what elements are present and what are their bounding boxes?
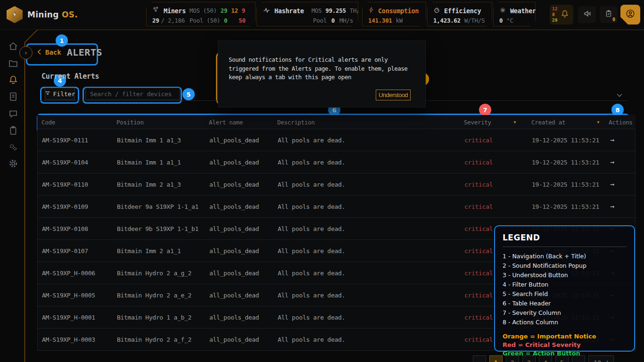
sound-button[interactable]: [578, 6, 596, 23]
hashrate-pool-unit: MH/s: [339, 17, 353, 24]
cell-alert-name: all_pools_dead: [209, 292, 278, 299]
efficiency-title: Efficiency: [444, 7, 481, 15]
sidebar-item-documents[interactable]: [8, 91, 19, 102]
search-input[interactable]: [85, 88, 180, 100]
cell-code: AM-S19XP_H-0006: [38, 270, 117, 277]
cell-code: AM-S19XP-0107: [38, 247, 117, 255]
cell-description: All pools are dead.: [278, 137, 457, 144]
back-button[interactable]: Back: [37, 49, 61, 57]
legend-item: 1 - Navigation (Back + Title): [503, 252, 627, 261]
cell-alert-name: all_pools_dead: [209, 225, 278, 232]
cell-position: Bitmain Hydro 2 a_g_2: [117, 270, 209, 277]
legend-divider: [503, 247, 627, 247]
efficiency-value: 1,423.62: [433, 17, 461, 24]
hashrate-pool-label: Pool: [313, 17, 327, 24]
efficiency-stat-panel: Efficiency 1,423.62 W/TH/S: [427, 2, 492, 26]
notifications-button[interactable]: 12 8 29: [550, 5, 573, 25]
table-row[interactable]: AM-S19XP-0109 Bitdeer 9a S19XP 1-1_a1 al…: [37, 195, 636, 218]
cell-alert-name: all_pools_dead: [209, 181, 278, 188]
cell-description: All pools are dead.: [278, 292, 457, 299]
miners-total: / 2,186: [161, 17, 185, 24]
efficiency-unit: W/TH/S: [464, 17, 485, 24]
filter-label: Filter: [53, 90, 75, 98]
app-root: Mining OS. Miners MOS (50) 29 12 9 29 / …: [0, 0, 644, 362]
cell-position: Bitdeer 9b S19XP 1-1_b1: [117, 225, 209, 232]
efficiency-icon: [433, 7, 440, 15]
alerts-bell-icon: [8, 78, 19, 87]
weather-stat-panel: Weather 0 °C: [493, 2, 536, 26]
sidebar-item-folder[interactable]: [8, 58, 19, 69]
miners-icon: [152, 6, 160, 15]
miners-mos-warn: 12: [231, 7, 238, 14]
bell-icon: [560, 9, 570, 20]
sidebar-item-alerts[interactable]: [8, 74, 19, 85]
miners-stat-panel: Miners MOS (50) 29 12 9 29 / 2,186 Pool …: [146, 2, 256, 26]
legend-panel: LEGEND 1 - Navigation (Back + Title)2 - …: [494, 225, 635, 352]
cell-alert-name: all_pools_dead: [209, 314, 278, 321]
open-alert-button[interactable]: →: [606, 158, 636, 166]
cell-alert-name: all_pools_dead: [209, 203, 278, 210]
integrations-icon: [8, 146, 19, 155]
arrow-right-icon: →: [610, 136, 614, 144]
annotation-badge-8: 8: [611, 104, 624, 116]
consumption-icon: [368, 7, 374, 15]
cell-severity: critical: [457, 203, 523, 210]
understood-button[interactable]: Understood: [376, 90, 411, 100]
column-header-created-at[interactable]: Created at▼: [522, 119, 606, 126]
legend-item: 2 - Sound Notification Popup: [503, 261, 627, 271]
sidebar-item-settings[interactable]: [8, 158, 19, 169]
cell-code: AM-S19XP-0108: [38, 225, 117, 232]
cell-created-at: 19-12-2025 11:53:21: [523, 137, 606, 144]
cell-description: All pools are dead.: [278, 181, 457, 188]
chevron-down-icon[interactable]: [616, 90, 623, 99]
cell-code: AM-S19XP-0111: [38, 137, 117, 144]
page-navigation: Back ALERTS: [37, 47, 102, 58]
miners-mos-ok: 29: [221, 7, 227, 14]
column-header-severity[interactable]: Severity▼: [456, 119, 522, 126]
cell-position: Bitmain Hydro 1 a_b_2: [117, 314, 209, 321]
sidebar-item-home[interactable]: [8, 41, 19, 52]
consumption-unit: kW: [396, 17, 403, 24]
topbar: Mining OS. Miners MOS (50) 29 12 9 29 / …: [0, 0, 644, 30]
pagination-button-1[interactable]: 1: [489, 355, 503, 362]
legend-note: Orange = Important Notice: [503, 332, 627, 341]
open-alert-button[interactable]: →: [606, 202, 636, 211]
document-icon: [8, 95, 19, 104]
annotation-badge-7: 7: [479, 104, 491, 116]
cell-severity: critical: [457, 181, 523, 188]
sidebar-collapse-button[interactable]: ›: [19, 46, 33, 59]
legend-item: 4 - Filter Button: [503, 280, 627, 289]
page-title: ALERTS: [67, 47, 102, 58]
sidebar-item-messages[interactable]: [8, 108, 19, 119]
arrow-right-icon: →: [610, 180, 614, 189]
miners-title: Miners: [164, 7, 186, 15]
sidebar-item-integrations[interactable]: [8, 141, 19, 153]
chevron-left-icon: [37, 49, 42, 57]
tasks-button[interactable]: 0: [600, 6, 618, 23]
table-row[interactable]: AM-S19XP-0111 Bitmain Imm 1 a1_3 all_poo…: [37, 129, 636, 151]
sidebar-item-tasks[interactable]: [8, 125, 19, 136]
speaker-icon: [582, 9, 592, 20]
notifications-warning-count: 8: [552, 12, 557, 17]
pagination-button-0[interactable]: ‹: [473, 355, 486, 362]
severity-sort-icon[interactable]: ▼: [513, 120, 516, 124]
clipboard-check-icon: [604, 9, 613, 20]
miners-pool-crit: 50: [239, 17, 245, 24]
table-row[interactable]: AM-S19XP-0104 Bitmain Imm 1 a1_1 all_poo…: [37, 151, 636, 173]
profile-button[interactable]: [620, 5, 640, 25]
table-row[interactable]: AM-S19XP-0110 Bitmain Imm 2 a1_3 all_poo…: [37, 173, 636, 196]
cell-alert-name: all_pools_dead: [209, 247, 278, 255]
cell-alert-name: all_pools_dead: [209, 137, 278, 144]
consumption-title: Consumption: [378, 7, 419, 15]
legend-title: LEGEND: [503, 233, 627, 242]
column-header-alert-name: Alert name: [209, 119, 277, 126]
user-icon: [625, 8, 636, 21]
cell-created-at: 19-12-2025 11:53:21: [523, 159, 606, 166]
created-at-sort-icon[interactable]: ▼: [597, 120, 599, 124]
column-header-description: Description: [277, 119, 456, 126]
open-alert-button[interactable]: →: [606, 136, 636, 144]
open-alert-button[interactable]: →: [606, 180, 636, 189]
legend-item: 8 - Actions Column: [503, 318, 627, 327]
clipboard-icon: [8, 129, 19, 138]
filter-button[interactable]: Filter: [45, 88, 75, 100]
